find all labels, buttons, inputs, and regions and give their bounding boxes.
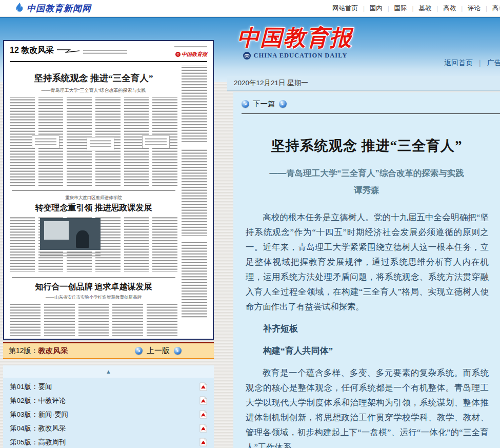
- nav-item[interactable]: 评论: [468, 5, 492, 12]
- header-links: 返回首页｜广告刊例: [444, 59, 500, 68]
- ad-link[interactable]: 广告刊例: [487, 59, 500, 67]
- prev-edition-label[interactable]: 上一版: [147, 346, 170, 356]
- thumb-article1-title: 坚持系统观念 推进“三全育人”: [10, 72, 177, 84]
- edition-item-number: 第02版：: [10, 396, 38, 405]
- edition-list-item[interactable]: 第05版： 高教周刊: [3, 435, 214, 448]
- thumb-page-label: 12 教改风采: [10, 46, 54, 54]
- edition-item-number: 第05版：: [10, 438, 38, 447]
- thumb-article-divider: [12, 277, 175, 278]
- article-subhead: 构建“育人共同体”: [246, 343, 489, 358]
- thumb-subhead-box: [87, 138, 114, 150]
- edition-number: 第12版：: [9, 346, 38, 356]
- edition-item-name: 高教周刊: [38, 438, 66, 447]
- edition-list-item[interactable]: 第03版： 新闻·要闻: [3, 407, 214, 421]
- next-article-icon[interactable]: [279, 100, 287, 108]
- collapse-list-button[interactable]: ▲: [3, 365, 214, 378]
- article-panel: 下一篇 坚持系统观念 推进“三全育人” ——青岛理工大学“三全育人”综合改革的探…: [233, 92, 500, 448]
- site-logo[interactable]: 中国教育新闻网: [13, 2, 91, 14]
- prev-edition-icon[interactable]: [135, 347, 143, 355]
- pdf-icon[interactable]: [199, 410, 207, 419]
- edition-item-name: 要闻: [38, 382, 52, 392]
- top-navigation: 网站首页国内国际基教高教评论高考考研就业教学专题图片校长: [332, 0, 500, 17]
- pdf-icon[interactable]: [199, 396, 207, 405]
- nav-item[interactable]: 高考: [492, 5, 500, 12]
- current-edition-bar: 第12版： 教改风采 上一版: [3, 342, 214, 359]
- edition-list-panel: ▲ 第01版： 要闻 第02版： 中教评论: [3, 365, 214, 448]
- thumb-article2-title: 转变理念重引领 推进思政课发展: [10, 203, 177, 213]
- collapse-triangle-icon: ▲: [106, 368, 111, 375]
- pager-divider: [242, 113, 500, 114]
- edition-list: 第01版： 要闻 第02版： 中教评论: [3, 378, 214, 448]
- thumb-brand-text: 中国教育报: [182, 51, 207, 58]
- thumb-page-header: 12 教改风采 C 中国教育报: [10, 45, 207, 61]
- edition-name: 教改风采: [38, 346, 68, 356]
- link-separator: ｜: [476, 59, 484, 67]
- nav-item[interactable]: 国内: [370, 5, 394, 12]
- thumb-article3-title: 知行合一创品牌 追求卓越谋发展: [10, 282, 177, 293]
- article-title: 坚持系统观念 推进“三全育人”: [233, 137, 500, 155]
- thumb-article3-columns: [10, 304, 177, 336]
- article-paragraph: 高校的根本任务是立德树人。党的十九届五中全会明确把“坚持系统观念”作为“十四五”…: [246, 210, 489, 314]
- date-bar: 2020年12月21日 星期一: [227, 76, 500, 91]
- thumb-subhead-box: [142, 135, 170, 148]
- next-article-label[interactable]: 下一篇: [253, 99, 275, 109]
- next-edition-icon[interactable]: [174, 347, 182, 355]
- thumb-article2-location: 重庆市大渡口区教师进修学院: [10, 195, 177, 201]
- article-subtitle: ——青岛理工大学“三全育人”综合改革的探索与实践: [233, 168, 500, 179]
- thumb-article1-columns: [10, 98, 177, 186]
- photo-person: [76, 230, 89, 248]
- newspaper-page-thumbnail[interactable]: 12 教改风采 C 中国教育报 坚持系统观念 推进“三全育人” ——青岛理工大: [3, 40, 214, 340]
- thumb-article2-columns: [10, 217, 177, 272]
- site-header: 中国教育新闻网 网站首页国内国际基教高教评论高考考研就业教学专题图片校长: [0, 0, 500, 17]
- globe-logo-icon: [243, 51, 251, 60]
- thumb-right-column: [182, 66, 207, 321]
- thumb-article2-photo: [40, 218, 101, 250]
- masthead: 中国教育报 CHINA EDUCATION DAILY: [233, 26, 356, 60]
- masthead-brand-en: CHINA EDUCATION DAILY: [254, 52, 348, 60]
- article-subhead: 补齐短板: [246, 321, 489, 336]
- thumb-article1-subtitle: ——青岛理工大学“三全育人”综合改革的探索与实践: [10, 87, 177, 94]
- thumb-brand-icon: C: [175, 52, 181, 57]
- edition-item-name: 教改风采: [38, 424, 66, 433]
- edition-item-number: 第04版：: [10, 424, 38, 433]
- article-author: 谭秀森: [233, 185, 500, 196]
- edition-list-item[interactable]: 第01版： 要闻: [3, 380, 214, 394]
- nav-item[interactable]: 高教: [443, 5, 468, 12]
- prev-article-icon[interactable]: [242, 100, 249, 108]
- article-body: 高校的根本任务是立德树人。党的十九届五中全会明确把“坚持系统观念”作为“十四五”…: [246, 210, 489, 448]
- edition-list-item[interactable]: 第02版： 中教评论: [3, 394, 214, 407]
- thumb-article3-subtitle: ——山东省安丘市实验小学打造智慧教育创新品牌: [10, 295, 177, 301]
- pdf-icon[interactable]: [199, 424, 207, 433]
- thumb-contact-text: [83, 50, 127, 54]
- back-home-link[interactable]: 返回首页: [444, 59, 473, 67]
- pdf-icon[interactable]: [199, 382, 207, 391]
- thumb-header-rule: [10, 61, 207, 62]
- site-logo-text: 中国教育新闻网: [27, 3, 91, 14]
- nav-item[interactable]: 国际: [394, 5, 419, 12]
- thumb-date-text: [174, 46, 207, 49]
- photo-caption: [40, 252, 101, 257]
- nav-item[interactable]: 网站首页: [332, 5, 370, 12]
- edition-item-name: 中教评论: [38, 396, 66, 405]
- thumb-subhead-box: [32, 135, 59, 148]
- edition-item-name: 新闻·要闻: [38, 410, 69, 419]
- article-paragraph: 教育是一个蕴含多样、多变、多元要素的复杂系统。而系统观念的核心是整体观念，任何系…: [246, 365, 489, 448]
- flame-icon: [13, 2, 25, 14]
- photo-screen: [44, 221, 69, 240]
- edition-list-item[interactable]: 第04版： 教改风采: [3, 421, 214, 435]
- thumb-article-divider: [12, 190, 175, 191]
- page-canvas: 中国教育新闻网 网站首页国内国际基教高教评论高考考研就业教学专题图片校长 中国教…: [0, 0, 500, 448]
- edition-item-number: 第01版：: [10, 382, 38, 392]
- edition-item-number: 第03版：: [10, 410, 38, 419]
- zigzag-underline: [56, 49, 80, 53]
- masthead-brand: 中国教育报: [233, 26, 356, 50]
- article-pager: 下一篇: [242, 99, 500, 109]
- nav-item[interactable]: 基教: [418, 5, 443, 12]
- pdf-icon[interactable]: [199, 438, 207, 446]
